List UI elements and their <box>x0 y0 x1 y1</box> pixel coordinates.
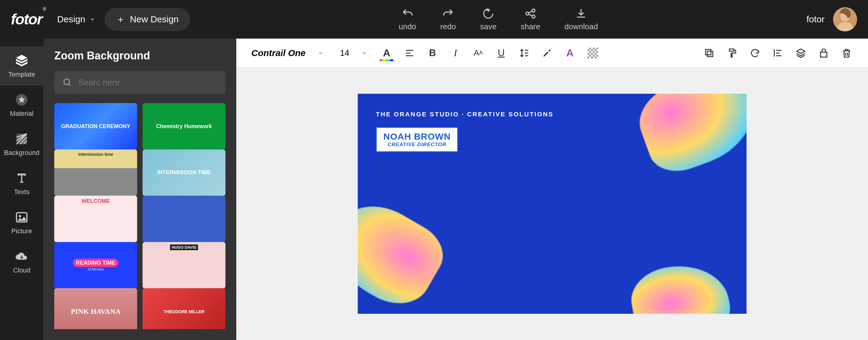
undo-button[interactable]: undo <box>399 7 416 31</box>
chevron-down-icon <box>90 16 96 22</box>
layers-icon <box>15 54 29 67</box>
template-thumb[interactable]: GRADUATION CEREMONY <box>54 103 137 150</box>
plus-icon: ＋ <box>116 13 125 26</box>
rainbow-bar-icon <box>380 59 394 61</box>
copy-icon <box>704 48 715 59</box>
new-design-label: New Design <box>130 14 179 24</box>
nav-picture[interactable]: Picture <box>0 203 43 242</box>
design-label: Design <box>57 14 85 24</box>
line-height-button[interactable] <box>518 47 530 59</box>
search-icon <box>63 78 72 87</box>
copy-button[interactable] <box>703 47 715 59</box>
blob-shape <box>358 190 453 314</box>
rotate-button[interactable] <box>749 47 761 59</box>
template-thumb[interactable]: THEODORE MILLER <box>143 288 225 329</box>
logo[interactable]: fotor® <box>11 10 45 28</box>
avatar[interactable] <box>833 7 857 31</box>
canvas-tagline[interactable]: THE ORANGE STUDIO · CREATIVE SOLUTIONS <box>376 111 554 118</box>
template-thumb[interactable] <box>143 196 225 242</box>
text-toolbar: Contrail One 14 A B I AA U A <box>236 38 868 67</box>
svg-rect-11 <box>821 52 827 57</box>
delete-button[interactable] <box>840 47 853 59</box>
trash-icon <box>841 48 852 59</box>
save-icon <box>482 7 494 20</box>
header-actions: undo redo save share download <box>190 7 807 31</box>
format-paint-button[interactable] <box>726 47 738 59</box>
share-icon <box>524 7 536 20</box>
template-thumb[interactable]: INTERMISSION TIME <box>143 150 225 196</box>
position-button[interactable] <box>772 47 784 59</box>
redo-button[interactable]: redo <box>440 7 456 31</box>
align-icon <box>404 48 415 59</box>
canvas-name-badge[interactable]: NOAH BROWN CREATIVE DIRECTOR <box>376 127 458 152</box>
position-icon <box>772 48 783 59</box>
download-icon <box>575 7 587 20</box>
svg-point-2 <box>532 15 535 18</box>
underline-button[interactable]: U <box>495 47 507 59</box>
star-icon <box>15 93 29 107</box>
design-dropdown[interactable]: Design <box>57 14 96 24</box>
gradient-text-button[interactable]: A <box>564 47 576 59</box>
small-caps-button[interactable]: AA <box>472 47 485 59</box>
redo-icon <box>442 7 454 20</box>
nav-template[interactable]: Template <box>0 47 43 86</box>
username[interactable]: fotor <box>807 14 825 24</box>
rotate-icon <box>749 48 761 59</box>
nav-material[interactable]: Material <box>0 86 43 125</box>
template-thumb[interactable]: READING TIME10 Minutes <box>54 242 137 289</box>
badge-name: NOAH BROWN <box>383 131 451 142</box>
user-area: fotor <box>807 7 857 31</box>
checker-icon <box>587 48 598 59</box>
align-button[interactable] <box>403 47 416 59</box>
cloud-icon <box>15 250 29 264</box>
design-canvas[interactable]: THE ORANGE STUDIO · CREATIVE SOLUTIONS N… <box>358 94 747 314</box>
lock-icon <box>818 48 829 59</box>
share-button[interactable]: share <box>521 7 540 31</box>
left-nav: Template Material Background Texts Pictu… <box>0 38 43 340</box>
template-thumb[interactable]: Intermission time <box>54 150 137 196</box>
layer-button[interactable] <box>795 47 807 59</box>
template-thumb[interactable]: PINK HAVANA <box>54 288 137 329</box>
template-thumb[interactable]: Chemistry Homework <box>143 103 225 150</box>
svg-rect-9 <box>706 50 711 55</box>
transparency-button[interactable] <box>587 47 599 59</box>
text-color-button[interactable]: A <box>380 47 393 59</box>
save-button[interactable]: save <box>480 7 497 31</box>
search-input[interactable] <box>79 78 217 87</box>
search-box[interactable] <box>54 71 225 94</box>
highlight-button[interactable] <box>541 47 553 59</box>
svg-point-1 <box>532 9 535 12</box>
undo-icon <box>401 7 413 20</box>
highlight-icon <box>541 48 553 59</box>
template-panel: Zoom Background GRADUATION CEREMONY Chem… <box>43 38 236 340</box>
bold-button[interactable]: B <box>426 47 439 59</box>
paint-icon <box>727 48 738 59</box>
line-height-icon <box>519 48 530 59</box>
font-family-select[interactable]: Contrail One <box>251 48 330 58</box>
font-size-select[interactable]: 14 <box>340 48 370 58</box>
nav-cloud[interactable]: Cloud <box>0 242 43 281</box>
lock-button[interactable] <box>817 47 830 59</box>
panel-title: Zoom Background <box>54 50 225 62</box>
template-grid: GRADUATION CEREMONY Chemistry Homework I… <box>54 103 225 329</box>
text-icon <box>15 171 29 185</box>
blob-shape <box>630 94 747 180</box>
download-button[interactable]: download <box>564 7 598 31</box>
canvas-area: Contrail One 14 A B I AA U A <box>236 38 868 340</box>
app-header: fotor® Design ＋ New Design undo redo sav… <box>0 0 868 38</box>
blob-shape <box>627 258 734 314</box>
nav-background[interactable]: Background <box>0 125 43 164</box>
canvas-viewport[interactable]: THE ORANGE STUDIO · CREATIVE SOLUTIONS N… <box>236 67 868 340</box>
svg-point-0 <box>526 12 529 15</box>
chevron-down-icon <box>318 50 324 56</box>
italic-button[interactable]: I <box>449 47 462 59</box>
template-thumb[interactable]: WELCOME <box>54 196 137 242</box>
layer-icon <box>795 48 806 59</box>
template-thumb[interactable]: HUGO DAVIS <box>143 242 225 289</box>
picture-icon <box>15 210 29 224</box>
new-design-button[interactable]: ＋ New Design <box>104 8 190 31</box>
background-icon <box>15 132 29 146</box>
svg-point-8 <box>64 79 70 85</box>
svg-point-7 <box>19 215 21 217</box>
nav-texts[interactable]: Texts <box>0 164 43 203</box>
